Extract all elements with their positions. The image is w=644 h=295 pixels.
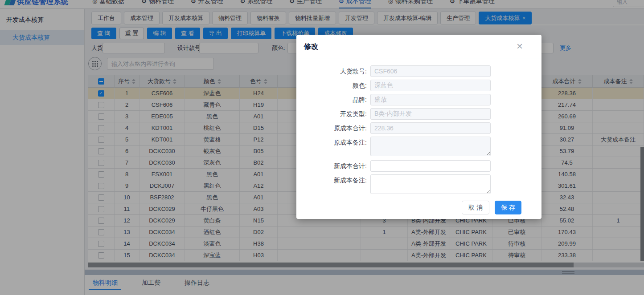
modal-field-input [370, 108, 491, 120]
form-field-label: 大货款号: [304, 65, 370, 77]
modify-modal: 修改 × 大货款号: 颜色: 品牌: 开发类型: 原成本合计: 原成本备注: 新… [296, 35, 541, 219]
form-field: 新成本合计: [304, 160, 541, 172]
form-field: 开发类型: [304, 108, 541, 120]
form-field-label: 新成本备注: [304, 174, 370, 186]
form-field-label: 开发类型: [304, 108, 370, 120]
screen: 供应链管理系统 ◎基础数据⚙物料管理⚙开发管理⚙系统管理⚙生产管理⚙成本管理◎物… [0, 0, 644, 295]
modal-field-input [370, 65, 491, 77]
modal-field-input [370, 122, 491, 134]
form-field: 颜色: [304, 80, 541, 91]
modal-field-input[interactable] [370, 160, 491, 172]
form-field-label: 原成本合计: [304, 122, 370, 134]
modal-title: 修改 [304, 42, 318, 52]
cancel-button[interactable]: 取 消 [462, 201, 489, 214]
form-field-label: 颜色: [304, 80, 370, 91]
save-button[interactable]: 保 存 [495, 201, 521, 214]
form-field-label: 新成本合计: [304, 160, 370, 172]
modal-form: 大货款号: 颜色: 品牌: 开发类型: 原成本合计: 原成本备注: 新成本合计:… [296, 58, 541, 195]
modal-footer: 取 消 保 存 [296, 196, 541, 219]
form-field: 品牌: [304, 94, 541, 105]
form-field: 新成本备注: [304, 174, 541, 195]
close-icon[interactable]: × [517, 41, 523, 52]
form-field-label: 品牌: [304, 94, 370, 105]
modal-field-input [370, 94, 491, 105]
modal-field-input [370, 137, 491, 156]
form-field-label: 原成本备注: [304, 137, 370, 148]
modal-header: 修改 × [296, 35, 541, 58]
modal-field-input[interactable] [370, 174, 491, 194]
modal-field-input [370, 80, 491, 91]
form-field: 大货款号: [304, 65, 541, 77]
form-field: 原成本备注: [304, 137, 541, 158]
form-field: 原成本合计: [304, 122, 541, 134]
